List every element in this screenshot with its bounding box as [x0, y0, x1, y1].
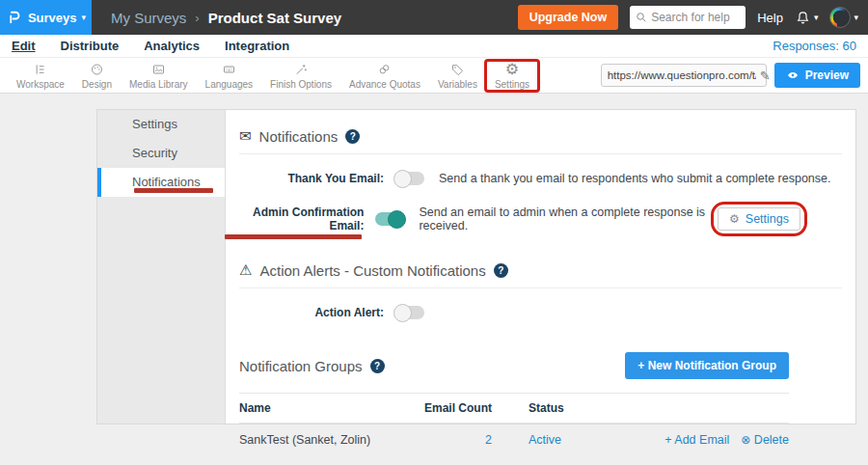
survey-url-input[interactable]: [608, 69, 756, 81]
admin-email-settings-button[interactable]: ⚙ Settings: [718, 207, 800, 231]
avatar: [829, 7, 851, 28]
action-alerts-section-header: ⚠ Action Alerts - Custom Notifications ?: [239, 261, 842, 279]
table-header-row: Name Email Count Status: [239, 393, 789, 424]
toolbar-item-languages[interactable]: Languages: [197, 58, 262, 94]
sidebar-item-security[interactable]: Security: [97, 139, 225, 168]
thank-you-email-row: Thank You Email: Send a thank you email …: [239, 168, 842, 189]
help-search-input[interactable]: [651, 11, 738, 24]
notifications-section-title: Notifications: [259, 128, 339, 145]
notification-groups-table: Name Email Count Status SankTest (Sanket…: [239, 393, 789, 456]
thank-you-email-toggle[interactable]: [395, 172, 424, 185]
search-icon: [636, 12, 647, 23]
keyboard-icon: [221, 62, 237, 77]
toolbar-item-finish-options[interactable]: Finish Options: [261, 58, 340, 94]
column-header-status: Status: [492, 401, 615, 415]
gear-icon: ⚙: [505, 62, 519, 77]
chevron-down-icon: ▾: [814, 13, 819, 22]
help-search[interactable]: [630, 6, 746, 29]
annotation-box-settings-button: ⚙ Settings: [711, 202, 807, 236]
tab-integration[interactable]: Integration: [225, 39, 289, 53]
notifications-panel: ✉ Notifications ? Thank You Email: Send …: [226, 110, 855, 424]
breadcrumb: My Surveys › Product Sat Survey: [111, 10, 341, 26]
image-icon: [150, 62, 167, 77]
toolbar-item-advance-quotas[interactable]: Advance Quotas: [340, 58, 429, 94]
user-menu[interactable]: ▾: [829, 7, 858, 28]
help-icon[interactable]: ?: [494, 263, 508, 278]
toolbar-item-design[interactable]: Design: [73, 58, 121, 94]
settings-card: Settings Security Notifications ✉ Notifi…: [96, 109, 856, 424]
action-alert-toggle[interactable]: [395, 306, 424, 319]
action-alert-row: Action Alert:: [239, 302, 842, 323]
help-icon[interactable]: ?: [345, 129, 360, 144]
action-alerts-section-title: Action Alerts - Custom Notifications: [259, 262, 485, 279]
chain-links-icon: [376, 62, 393, 77]
new-notification-group-button[interactable]: + New Notification Group: [625, 352, 789, 379]
group-status-link[interactable]: Active: [492, 433, 615, 447]
action-alert-label: Action Alert:: [239, 306, 384, 319]
product-menu[interactable]: Surveys ▾: [0, 0, 92, 35]
edit-url-pencil-icon[interactable]: ✎: [760, 68, 771, 83]
notification-groups-header: Notification Groups ? + New Notification…: [239, 352, 789, 379]
sidebar-item-settings[interactable]: Settings: [97, 110, 225, 139]
tab-analytics[interactable]: Analytics: [144, 39, 200, 53]
questionpro-logo-icon: [6, 9, 23, 26]
admin-confirmation-email-toggle[interactable]: [375, 212, 404, 226]
action-alerts-section: ⚠ Action Alerts - Custom Notifications ?…: [239, 261, 842, 323]
notification-groups-title: Notification Groups: [239, 358, 363, 374]
upgrade-now-button[interactable]: Upgrade Now: [518, 5, 619, 30]
column-header-name: Name: [239, 401, 424, 415]
thank-you-email-description: Send a thank you email to respondents wh…: [439, 172, 831, 185]
survey-tab-bar: Edit Distribute Analytics Integration Re…: [0, 35, 868, 58]
magic-wand-icon: [293, 62, 310, 77]
topbar-right: Upgrade Now Help ▾ ▾: [518, 5, 868, 30]
workspace-icon: [32, 62, 48, 77]
survey-url-field[interactable]: ✎: [601, 64, 767, 87]
eye-icon: [786, 69, 800, 81]
column-header-email-count: Email Count: [424, 401, 492, 415]
tab-edit[interactable]: Edit: [12, 39, 36, 53]
tab-distribute[interactable]: Distribute: [61, 39, 120, 53]
notifications-section-header: ✉ Notifications ?: [239, 127, 842, 145]
notification-groups-section: Notification Groups ? + New Notification…: [239, 352, 789, 456]
section-divider: [239, 153, 842, 154]
breadcrumb-survey-title: Product Sat Survey: [208, 10, 341, 26]
delete-link[interactable]: ⊗ Delete: [741, 433, 789, 447]
product-menu-label: Surveys: [28, 11, 77, 25]
tag-icon: [449, 62, 466, 77]
add-email-link[interactable]: + Add Email: [665, 433, 729, 447]
chevron-down-icon: ▾: [82, 13, 87, 22]
thank-you-email-label: Thank You Email:: [239, 172, 384, 185]
toolbar-item-variables[interactable]: Variables: [429, 58, 486, 94]
group-email-count-link[interactable]: 2: [424, 433, 492, 447]
sidebar-item-notifications[interactable]: Notifications: [97, 168, 225, 197]
section-divider: [239, 287, 842, 288]
admin-confirmation-email-label: Admin Confirmation Email:: [239, 205, 364, 232]
breadcrumb-my-surveys[interactable]: My Surveys: [111, 10, 186, 26]
admin-confirmation-email-description: Send an email to admin when a complete r…: [419, 205, 711, 232]
admin-confirmation-email-row: Admin Confirmation Email: Send an email …: [239, 202, 842, 236]
toolbar-item-workspace[interactable]: Workspace: [8, 58, 73, 94]
help-icon[interactable]: ?: [370, 359, 385, 373]
palette-icon: [89, 62, 105, 77]
table-row: SankTest (Sanket, Zolin) 2 Active + Add …: [239, 424, 789, 456]
chevron-down-icon: ▾: [854, 13, 858, 22]
page-content: Settings Security Notifications ✉ Notifi…: [0, 94, 868, 424]
edit-toolbar: Workspace Design Media Library Languages…: [0, 58, 868, 94]
envelope-icon: ✉: [239, 127, 252, 145]
toolbar-item-settings[interactable]: ⚙ Settings: [486, 58, 538, 94]
settings-sidebar: Settings Security Notifications: [97, 110, 226, 424]
annotation-underline-admin-email: [225, 234, 362, 239]
breadcrumb-separator: ›: [195, 11, 199, 25]
group-name: SankTest (Sanket, Zolin): [239, 433, 424, 447]
toolbar-item-media-library[interactable]: Media Library: [121, 58, 197, 94]
delete-circle-icon: ⊗: [741, 433, 750, 447]
group-actions: + Add Email ⊗ Delete: [615, 433, 789, 447]
responses-count[interactable]: Responses: 60: [773, 39, 856, 53]
top-bar: Surveys ▾ My Surveys › Product Sat Surve…: [0, 0, 868, 35]
warning-icon: ⚠: [239, 261, 252, 279]
help-link[interactable]: Help: [757, 11, 783, 25]
gear-icon: ⚙: [729, 213, 740, 225]
notifications-bell-menu[interactable]: ▾: [795, 10, 819, 26]
bell-icon: [795, 10, 811, 26]
preview-button[interactable]: Preview: [774, 63, 860, 88]
